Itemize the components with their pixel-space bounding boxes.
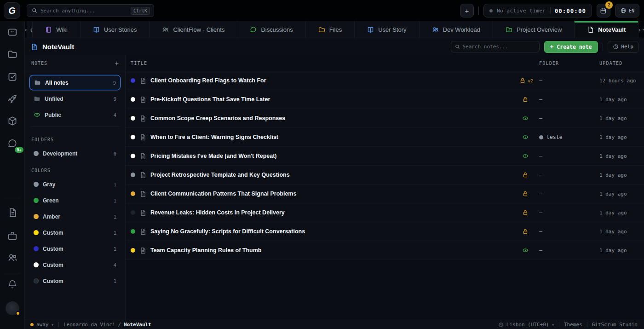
tab-clientflow-clients[interactable]: ClientFlow - Clients [150, 21, 237, 38]
folder-icon[interactable] [5, 46, 20, 62]
sidebar-color-amber[interactable]: Amber 1 [29, 209, 121, 224]
tab-user-story[interactable]: User Story [355, 21, 419, 38]
sidebar-item-label: Public [45, 112, 61, 118]
sidebar-color-custom-dark[interactable]: Custom 1 [29, 273, 121, 289]
updated-value: 1 day ago [599, 248, 644, 254]
task-check-icon[interactable] [5, 69, 20, 85]
users-icon[interactable] [5, 250, 20, 266]
table-row[interactable]: Client Onboarding Red Flags to Watch For… [126, 71, 644, 90]
language-button[interactable]: EN [615, 4, 639, 17]
note-title[interactable]: Pre-Kickoff Questions That Save Time Lat… [150, 96, 270, 103]
note-title[interactable]: Common Scope Creep Scenarios and Respons… [150, 115, 285, 121]
note-title[interactable]: When to Fire a Client: Warning Signs Che… [150, 134, 278, 140]
board-icon[interactable] [5, 24, 20, 40]
sidebar-color-gray[interactable]: Gray 1 [29, 177, 121, 192]
sidebar-folder-development[interactable]: Development 0 [29, 146, 121, 161]
open-book-icon [93, 26, 100, 33]
sidebar-item-count: 1 [114, 198, 116, 203]
user-status-selector[interactable]: away ▾ [30, 322, 54, 328]
version-badge: v2 [528, 78, 533, 83]
folder-value: teste [546, 134, 563, 140]
chat-icon[interactable]: 9+ [5, 136, 20, 151]
create-note-label: Create note [557, 44, 592, 50]
breadcrumb-project[interactable]: NoteVault [124, 322, 151, 328]
column-folder: FOLDER [539, 61, 599, 66]
tab-dev-workload[interactable]: Dev Workload [420, 21, 493, 38]
divider [4, 273, 21, 273]
sidebar-color-custom-blue[interactable]: Custom 1 [29, 241, 121, 256]
note-title[interactable]: Client Onboarding Red Flags to Watch For [150, 77, 266, 84]
gitscrum-logo[interactable]: G [4, 2, 20, 19]
sidebar-color-custom-yellow[interactable]: Custom 1 [29, 225, 121, 240]
eye-icon [522, 247, 529, 254]
table-row[interactable]: Project Retrospective Template and Key Q… [126, 166, 644, 185]
table-row[interactable]: Pre-Kickoff Questions That Save Time Lat… [126, 90, 644, 109]
global-search-input[interactable] [40, 8, 127, 14]
sidebar-item-count: 1 [114, 182, 116, 187]
sidebar-item-label: Custom [43, 262, 63, 268]
table-row[interactable]: Client Communication Patterns That Signa… [126, 185, 644, 203]
document-icon[interactable] [5, 205, 20, 220]
tab-wiki[interactable]: Wiki [33, 21, 80, 38]
sidebar-color-custom-white[interactable]: Custom 4 [29, 257, 121, 272]
note-icon [139, 77, 146, 84]
tab-overflow[interactable]: ew [27, 21, 33, 38]
note-color-dot [131, 210, 135, 215]
note-title[interactable]: Client Communication Patterns That Signa… [150, 190, 296, 197]
table-row[interactable]: When to Fire a Client: Warning Signs Che… [126, 128, 644, 147]
table-row[interactable]: Revenue Leaks: Hidden Costs in Project D… [126, 203, 644, 222]
note-icon [139, 115, 146, 122]
sidebar-item-public[interactable]: Public 4 [29, 107, 121, 122]
divider [478, 6, 479, 15]
eye-icon [522, 153, 529, 159]
note-icon [139, 172, 146, 179]
tab-user-stories[interactable]: User Stories [80, 21, 150, 38]
create-note-button[interactable]: + Create note [544, 41, 598, 53]
note-title[interactable]: Revenue Leaks: Hidden Costs in Project D… [150, 209, 285, 216]
bell-icon[interactable] [5, 277, 20, 292]
note-color-dot [131, 248, 135, 253]
note-title[interactable]: Project Retrospective Template and Key Q… [150, 172, 290, 178]
breadcrumb-user[interactable]: Leonardo da Vinci [63, 322, 115, 328]
timer-widget[interactable]: No active timer 00:00:00 [483, 4, 592, 17]
tab-files[interactable]: Files [306, 21, 355, 38]
folder-value: – [539, 172, 542, 178]
note-title[interactable]: Pricing Mistakes I've Made (and Won't Re… [150, 153, 277, 159]
note-title[interactable]: Saying No Gracefully: Scripts for Diffic… [150, 228, 305, 235]
avatar[interactable] [5, 300, 20, 316]
table-row[interactable]: Pricing Mistakes I've Made (and Won't Re… [126, 147, 644, 166]
top-bar: G CtrlK + No active timer 00:00:00 2 EN [0, 0, 644, 21]
timezone-selector[interactable]: Lisbon (UTC+0) ▾ [498, 322, 554, 328]
tab-notevault[interactable]: NoteVault [575, 21, 638, 38]
add-note-list-button[interactable]: + [115, 59, 119, 67]
table-row[interactable]: Common Scope Creep Scenarios and Respons… [126, 109, 644, 128]
global-search[interactable]: CtrlK [27, 4, 154, 17]
notes-table: TITLE FOLDER UPDATED Client Onboarding R… [126, 55, 644, 320]
folder-value: – [539, 77, 542, 84]
updated-value: 1 day ago [599, 153, 644, 159]
notes-search-input[interactable] [463, 44, 535, 50]
tab-discussions[interactable]: Discussions [237, 21, 305, 38]
table-row[interactable]: Saying No Gracefully: Scripts for Diffic… [126, 222, 644, 241]
rocket-icon[interactable] [5, 91, 20, 107]
sidebar-item-count: 1 [114, 214, 116, 219]
divider [587, 322, 587, 327]
tab-project-overview[interactable]: Project Overview [493, 21, 575, 38]
color-dot [34, 262, 39, 267]
calendar-button[interactable]: 2 [597, 4, 610, 17]
help-button[interactable]: Help [608, 41, 639, 53]
note-icon [139, 153, 146, 160]
color-dot [34, 278, 39, 283]
sidebar-item-all-notes[interactable]: All notes 9 [29, 75, 121, 90]
note-title[interactable]: Team Capacity Planning Rules of Thumb [150, 247, 261, 254]
themes-button[interactable]: Themes [564, 322, 582, 328]
cube-icon[interactable] [5, 113, 20, 129]
sidebar-item-unfiled[interactable]: Unfiled 9 [29, 91, 121, 106]
tabs-dropdown-button[interactable] [641, 21, 644, 38]
add-button[interactable]: + [460, 4, 474, 17]
table-row[interactable]: Team Capacity Planning Rules of Thumb – … [126, 241, 644, 260]
briefcase-icon[interactable] [5, 228, 20, 244]
sidebar-color-green[interactable]: Green 1 [29, 193, 121, 208]
sidebar-item-label: All notes [45, 80, 69, 86]
notes-search[interactable] [451, 41, 540, 52]
